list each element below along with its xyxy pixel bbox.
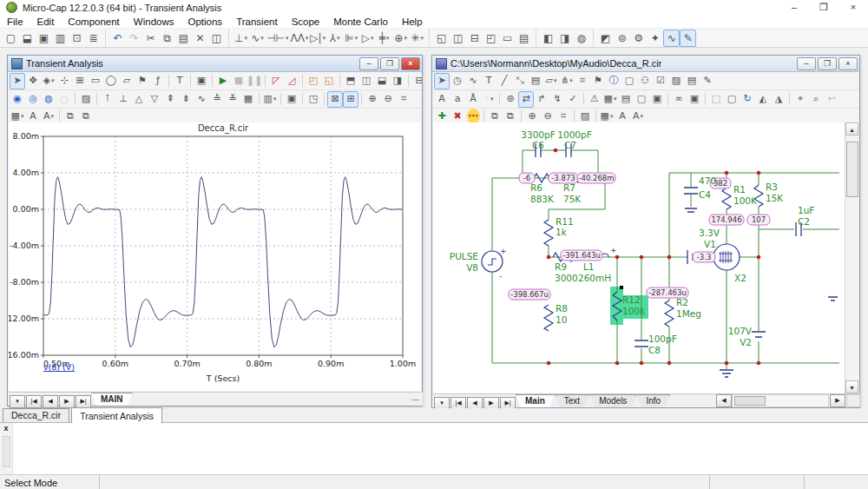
minimize-button[interactable]: – xyxy=(779,0,809,15)
align-left-button[interactable]: ⊠ xyxy=(327,91,343,108)
find-button[interactable]: ⌕ xyxy=(808,91,824,108)
cursor-all-button[interactable]: ◍ xyxy=(41,91,56,108)
hscroll-track[interactable] xyxy=(732,394,829,407)
close-button[interactable]: × xyxy=(838,0,868,15)
mosfet-button[interactable]: ⊫▾ xyxy=(343,30,359,47)
menu-windows[interactable]: Windows xyxy=(127,17,181,27)
tile-vertical-button[interactable]: ◫ xyxy=(450,30,466,47)
rotate-3d-button[interactable]: ◈▾ xyxy=(41,73,56,89)
polygon-button[interactable]: ▱ xyxy=(119,73,135,89)
file-link-button[interactable]: ◨ xyxy=(556,30,573,47)
voltage-source-button[interactable]: ⊕▾ xyxy=(392,30,409,47)
menu-monte-carlo[interactable]: Monte Carlo xyxy=(326,17,395,27)
menu-file[interactable]: File xyxy=(0,17,30,27)
sine-source-button[interactable]: ∿▾ xyxy=(249,30,266,47)
stamp-button[interactable]: ◳ xyxy=(306,91,321,108)
output-panel-close-button[interactable]: x xyxy=(0,423,12,433)
top-marker-button[interactable]: ◰ xyxy=(306,73,321,89)
plot-window-titlebar[interactable]: Transient Analysis – ❐ × xyxy=(8,56,422,72)
run-button[interactable]: ▶ xyxy=(215,73,231,89)
ellipse-button[interactable]: ◯ xyxy=(103,73,119,89)
tile-horizontal-button[interactable]: ⊟ xyxy=(466,30,483,47)
panel-right-button[interactable]: ◨ xyxy=(390,73,405,89)
warnings-button[interactable]: ⚠ xyxy=(587,91,602,108)
schematic-sheet-tab-models[interactable]: Models xyxy=(589,394,636,407)
flip-horizontal-button[interactable]: ◭ xyxy=(755,91,771,108)
peak-button[interactable]: △ xyxy=(131,91,147,108)
panel-bottom-button[interactable]: ⬓ xyxy=(374,73,390,89)
link-button[interactable]: ∞ xyxy=(671,91,687,108)
copy-button[interactable]: ⧉ xyxy=(159,30,175,47)
diode-button[interactable]: ▷|▾ xyxy=(309,30,326,47)
plot-nav-0[interactable]: ▾ xyxy=(10,395,25,408)
split-text-drawing-button[interactable]: ◧ xyxy=(540,30,556,47)
conditions-button[interactable]: ✓ xyxy=(565,91,581,108)
analysis-plot-button[interactable]: ∿ xyxy=(663,30,680,47)
menu-help[interactable]: Help xyxy=(395,17,430,27)
vertical-tag-button[interactable]: ⊥ xyxy=(115,91,131,108)
help-mode-button[interactable]: ▢ xyxy=(621,73,637,89)
waveform-source-button[interactable]: ∿ xyxy=(465,73,481,89)
plot-maximize-button[interactable]: ❐ xyxy=(380,57,399,70)
picture-button[interactable]: ▨ xyxy=(668,73,684,89)
title-block-button[interactable]: ▤ xyxy=(618,91,634,108)
output-panel-scrollbar[interactable] xyxy=(3,436,10,467)
pan-button[interactable]: ✥ xyxy=(25,73,41,89)
zoom-window-button[interactable]: ⊞ xyxy=(72,73,88,89)
internet-button[interactable]: ◍ xyxy=(573,30,589,47)
properties-button[interactable]: ▣ xyxy=(194,73,209,89)
diagonal-wire-button[interactable]: ⤡ xyxy=(512,73,528,89)
graphics-button[interactable]: ▱▾ xyxy=(543,73,559,89)
zoom-in-button[interactable]: ⊕ xyxy=(365,91,380,108)
inflection-button[interactable]: ∿ xyxy=(194,91,209,108)
scroll-down-button[interactable]: ▼ xyxy=(845,380,858,393)
menu-options[interactable]: Options xyxy=(181,17,229,27)
delete-button[interactable]: ✕ xyxy=(192,30,208,47)
schematic-minimize-button[interactable]: – xyxy=(797,57,816,70)
panel-middle-button[interactable]: ◫ xyxy=(358,73,374,89)
component-history-button[interactable]: ◷ xyxy=(450,73,465,89)
print-preview-button[interactable]: ⊡ xyxy=(69,30,85,47)
select-area-button[interactable]: ⬚ xyxy=(708,91,724,108)
currents-button[interactable]: ↱ xyxy=(534,91,549,108)
lamp-button[interactable]: ✳▾ xyxy=(409,30,425,47)
doc-tab-transient-analysis[interactable]: Transient Analysis xyxy=(71,407,162,423)
text-orientation-button[interactable]: A xyxy=(434,91,450,108)
series-label[interactable]: v(8) (V) xyxy=(43,362,75,372)
print-button[interactable]: ≣ xyxy=(85,30,102,47)
borders-button[interactable]: ▢ xyxy=(634,91,649,108)
paste-button[interactable]: ▤ xyxy=(175,30,192,47)
global-high-button[interactable]: ≙ xyxy=(209,91,225,108)
formula-button[interactable]: ƒ xyxy=(150,73,166,89)
cascade-windows-button[interactable]: ◱ xyxy=(433,30,450,47)
bjt-transistor-button[interactable]: ⅄▾ xyxy=(326,30,343,47)
battery-button[interactable]: ╪▾ xyxy=(376,30,392,47)
undo-button[interactable]: ↶ xyxy=(109,30,126,47)
flow-chart-button[interactable]: ⋔▾ xyxy=(559,73,575,89)
menu-component[interactable]: Component xyxy=(61,17,126,27)
sheet-button[interactable]: ▣ xyxy=(649,91,665,108)
save-button[interactable]: ▣ xyxy=(36,30,52,47)
flag-button[interactable]: ⚑ xyxy=(135,73,150,89)
align-right-button[interactable]: ⊞ xyxy=(343,91,358,108)
save-as-button[interactable]: ▥ xyxy=(52,30,69,47)
schematic-vertical-scrollbar[interactable]: ▲ ▼ xyxy=(845,122,858,393)
info-button[interactable]: ⓘ xyxy=(606,73,621,89)
open-button[interactable]: ⬓ xyxy=(19,30,36,47)
waveform-v8[interactable] xyxy=(43,177,403,347)
plot-strip-grip[interactable]: — xyxy=(411,395,419,404)
schematic-sheet-tab-main[interactable]: Main xyxy=(516,394,555,407)
attribute-text-button[interactable]: a xyxy=(450,91,465,108)
flag-button[interactable]: ⚑ xyxy=(590,73,606,89)
schematic-restore-button[interactable]: ❐ xyxy=(818,57,837,70)
shape-editor-button[interactable]: ⊚ xyxy=(614,30,630,47)
panel-top-button[interactable]: ⬒ xyxy=(343,73,358,89)
animate-button[interactable]: ⚇ xyxy=(637,73,653,89)
bus-button[interactable]: ▤ xyxy=(528,73,543,89)
scroll-up-button[interactable]: ▲ xyxy=(845,122,858,135)
powers-button[interactable]: ↯ xyxy=(549,91,565,108)
high-button[interactable]: ⇞ xyxy=(162,91,178,108)
checkbox-button[interactable]: ☑ xyxy=(653,73,668,89)
plot-minimize-button[interactable]: – xyxy=(359,57,378,70)
schematic-canvas[interactable]: -6-3.873-40.268m-391.643u-398.667u-287.4… xyxy=(433,122,845,393)
